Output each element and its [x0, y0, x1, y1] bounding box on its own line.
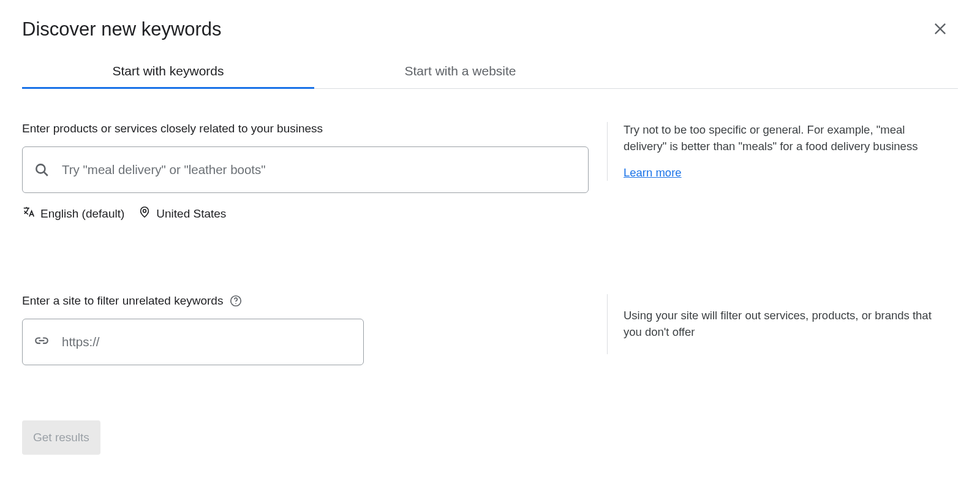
tabs: Start with keywords Start with a website: [22, 55, 958, 89]
site-tip-panel: Using your site will filter out services…: [607, 294, 944, 354]
keywords-input-box[interactable]: [22, 146, 589, 193]
help-icon[interactable]: [229, 294, 243, 308]
site-input-box[interactable]: [22, 319, 364, 365]
tab-start-with-keywords[interactable]: Start with keywords: [22, 55, 314, 88]
svg-point-6: [236, 303, 237, 304]
site-input[interactable]: [50, 319, 352, 365]
close-icon: [932, 20, 949, 40]
link-icon: [34, 334, 50, 350]
tab-start-with-website[interactable]: Start with a website: [314, 55, 606, 88]
svg-point-4: [143, 210, 146, 213]
location-label: United States: [156, 207, 226, 221]
search-icon: [34, 162, 50, 178]
location-selector[interactable]: United States: [138, 205, 226, 222]
get-results-button[interactable]: Get results: [22, 420, 100, 455]
svg-point-2: [36, 164, 45, 173]
site-tip-text: Using your site will filter out services…: [624, 308, 944, 341]
keywords-tip-text: Try not to be too specific or general. F…: [624, 122, 944, 155]
keywords-field-label: Enter products or services closely relat…: [22, 122, 591, 135]
language-label: English (default): [40, 207, 124, 221]
site-label-text: Enter a site to filter unrelated keyword…: [22, 294, 223, 308]
close-button[interactable]: [931, 21, 949, 39]
svg-line-3: [44, 172, 48, 176]
site-field-label: Enter a site to filter unrelated keyword…: [22, 294, 591, 308]
language-selector[interactable]: English (default): [22, 205, 124, 222]
page-title: Discover new keywords: [22, 18, 958, 40]
keywords-tip-panel: Try not to be too specific or general. F…: [607, 122, 944, 181]
translate-icon: [22, 205, 36, 222]
learn-more-link[interactable]: Learn more: [624, 165, 682, 181]
location-icon: [138, 205, 151, 222]
keywords-input[interactable]: [50, 147, 577, 192]
